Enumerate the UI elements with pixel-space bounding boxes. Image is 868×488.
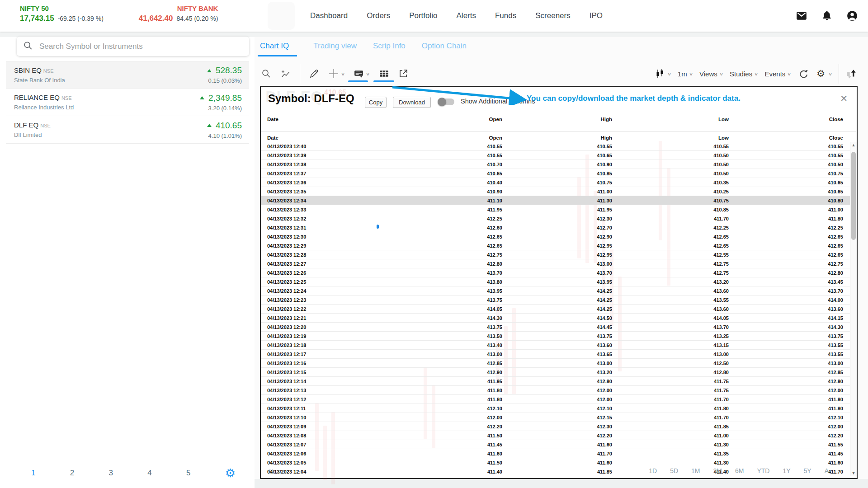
table-row[interactable]: 04/13/2023 12:34411.10411.30410.75410.80 (261, 196, 856, 205)
table-row[interactable]: 04/13/2023 12:30412.65412.90412.65412.65 (261, 232, 856, 241)
table-scrollbar[interactable]: ▲ ▼ (850, 142, 857, 476)
mail-icon[interactable] (796, 10, 807, 22)
page-3[interactable]: 3 (108, 469, 113, 478)
table-row[interactable]: 04/13/2023 12:26413.70413.70412.75412.80 (261, 268, 856, 277)
table-row[interactable]: 04/13/2023 12:06411.60411.70411.35411.45 (261, 449, 856, 458)
table-row[interactable]: 04/13/2023 12:27412.80413.00412.75412.75 (261, 259, 856, 268)
symbol-search-icon[interactable] (261, 68, 272, 79)
open-external-icon[interactable] (398, 68, 409, 79)
table-row[interactable]: 04/13/2023 12:19413.50413.75413.25413.75 (261, 332, 856, 341)
scroll-down-arrow-icon[interactable]: ▼ (850, 471, 857, 475)
table-row[interactable]: 04/13/2023 12:18413.40413.60413.15413.55 (261, 341, 856, 350)
table-row[interactable]: 04/13/2023 12:37410.65410.85410.50410.75 (261, 169, 856, 178)
studies-menu[interactable]: Studies (730, 70, 752, 78)
watchlist-settings-gear-icon[interactable]: ⚙ (225, 467, 236, 479)
timeframe-1m[interactable]: 1M (691, 467, 700, 474)
watchlist-item-reliance[interactable]: RELIANCE EQNSE Reliance Industries Ltd 2… (6, 89, 249, 116)
table-row[interactable]: 04/13/2023 12:25413.80413.95413.20413.45 (261, 277, 856, 286)
table-row[interactable]: 04/13/2023 12:36410.40410.75410.35410.65 (261, 178, 856, 187)
settings-gear-icon[interactable]: ⚙ (816, 68, 826, 79)
table-row[interactable]: 04/13/2023 12:11412.10412.10411.80411.80 (261, 404, 856, 413)
tab-chart-iq[interactable]: Chart IQ (258, 42, 297, 56)
table-row[interactable]: 04/13/2023 12:28412.75412.95412.55412.65 (261, 250, 856, 259)
scrollbar-thumb[interactable] (851, 152, 856, 240)
timeframe-1d[interactable]: 1D (649, 467, 657, 474)
interval-selector[interactable]: 1m (678, 70, 687, 78)
notifications-icon[interactable] (821, 10, 833, 22)
nav-alerts[interactable]: Alerts (457, 11, 476, 20)
chevron-down-icon[interactable]: ∨ (341, 71, 345, 76)
cell-high: 412.15 (502, 415, 612, 420)
table-row[interactable]: 04/13/2023 12:35410.90411.00410.25410.65 (261, 187, 856, 196)
timeframe-1y[interactable]: 1Y (783, 467, 790, 474)
chevron-down-icon[interactable]: ∨ (667, 71, 671, 76)
table-row[interactable]: 04/13/2023 12:23413.75414.25413.55414.00 (261, 296, 856, 305)
nav-ipo[interactable]: IPO (590, 11, 603, 20)
nav-funds[interactable]: Funds (495, 11, 516, 20)
page-1[interactable]: 1 (31, 469, 35, 478)
search-input[interactable] (39, 42, 243, 51)
watchlist-item-sbin[interactable]: SBIN EQNSE State Bank Of India 528.35 0.… (6, 61, 249, 89)
nav-screeners[interactable]: Screeners (535, 11, 570, 20)
table-row[interactable]: 04/13/2023 12:17413.00413.65413.00413.55 (261, 350, 856, 359)
page-4[interactable]: 4 (147, 469, 151, 478)
table-row[interactable]: 04/13/2023 12:24413.95414.25413.60413.70 (261, 286, 856, 296)
tab-scrip-info[interactable]: Scrip Info (373, 42, 406, 56)
table-row[interactable]: 04/13/2023 12:08411.50412.20411.00412.20 (261, 431, 856, 440)
table-row[interactable]: 04/13/2023 12:15412.90413.20412.80412.85 (261, 368, 856, 377)
chevron-down-icon[interactable]: ∨ (719, 71, 723, 76)
table-row[interactable]: 04/13/2023 12:09412.20412.30411.85412.00 (261, 422, 856, 431)
timeframe-6m[interactable]: 6M (735, 467, 744, 474)
close-icon[interactable]: ✕ (840, 93, 848, 104)
chevron-down-icon[interactable]: ∨ (787, 71, 792, 76)
table-row[interactable]: 04/13/2023 12:39410.55410.65410.50410.55 (261, 151, 856, 160)
table-row[interactable]: 04/13/2023 12:40410.55410.55410.55410.55 (261, 142, 856, 151)
table-row[interactable]: 04/13/2023 12:22414.05414.25413.60413.60 (261, 305, 856, 314)
views-menu[interactable]: Views (699, 70, 717, 78)
timeframe-all[interactable]: A (825, 467, 829, 474)
table-row[interactable]: 04/13/2023 12:38410.70410.90410.50410.50 (261, 160, 856, 169)
table-row[interactable]: 04/13/2023 12:31412.60412.70412.25412.25 (261, 223, 856, 232)
draw-pencil-icon[interactable] (309, 68, 320, 79)
chevron-down-icon[interactable]: ∨ (366, 71, 370, 76)
timeframe-5d[interactable]: 5D (670, 467, 678, 474)
chevron-down-icon[interactable]: ∨ (828, 71, 832, 76)
table-row[interactable]: 04/13/2023 12:33411.95411.95410.85411.00 (261, 205, 856, 214)
table-row[interactable]: 04/13/2023 12:13411.80412.00411.75412.00 (261, 386, 856, 395)
refresh-icon[interactable] (798, 68, 809, 79)
table-row[interactable]: 04/13/2023 12:07411.45411.60411.30411.55 (261, 440, 856, 449)
account-icon[interactable] (846, 10, 858, 22)
table-row[interactable]: 04/13/2023 12:32412.25412.30411.70411.80 (261, 214, 856, 223)
market-depth-icon[interactable] (353, 68, 364, 79)
page-2[interactable]: 2 (70, 469, 74, 478)
cell-date: 04/13/2023 12:17 (261, 352, 440, 357)
table-row[interactable]: 04/13/2023 12:16412.85413.00412.50413.00 (261, 359, 856, 368)
chevron-down-icon[interactable]: ∨ (689, 71, 693, 76)
scroll-up-arrow-icon[interactable]: ▲ (850, 143, 857, 147)
nav-dashboard[interactable]: Dashboard (310, 11, 348, 20)
table-row[interactable]: 04/13/2023 12:29412.65412.95412.65412.65 (261, 241, 856, 250)
table-row[interactable]: 04/13/2023 12:14411.95412.80411.75412.80 (261, 377, 856, 386)
copy-button[interactable]: Copy (365, 97, 387, 108)
chart-type-candles-icon[interactable] (655, 68, 665, 79)
table-row[interactable]: 04/13/2023 12:10412.00412.15411.70412.10 (261, 413, 856, 422)
table-row[interactable]: 04/13/2023 12:20413.75414.45413.70414.30 (261, 323, 856, 332)
timeframe-3m[interactable]: 3M (713, 467, 722, 474)
page-5[interactable]: 5 (186, 469, 190, 478)
watchlist-item-dlf[interactable]: DLF EQNSE Dlf Limited 410.65 4.10 (1.01%… (6, 116, 249, 144)
timeframe-5y[interactable]: 5Y (804, 467, 811, 474)
timeframe-ytd[interactable]: YTD (757, 467, 769, 474)
tab-option-chain[interactable]: Option Chain (422, 42, 467, 56)
nav-portfolio[interactable]: Portfolio (409, 11, 437, 20)
chevron-down-icon[interactable]: ∨ (754, 71, 759, 76)
table-row[interactable]: 04/13/2023 12:05411.50411.60411.30411.60 (261, 458, 856, 467)
table-row[interactable]: 04/13/2023 12:12411.80412.00411.70411.80 (261, 395, 856, 404)
crosshair-icon[interactable] (328, 68, 339, 79)
compare-icon[interactable] (280, 68, 291, 79)
events-menu[interactable]: Events (764, 70, 785, 78)
data-table-icon[interactable] (378, 68, 389, 79)
table-row[interactable]: 04/13/2023 12:21414.30414.50414.05414.15 (261, 314, 856, 323)
share-upload-icon[interactable] (846, 68, 857, 79)
nav-orders[interactable]: Orders (367, 11, 390, 20)
tab-trading-view[interactable]: Trading view (313, 42, 357, 56)
